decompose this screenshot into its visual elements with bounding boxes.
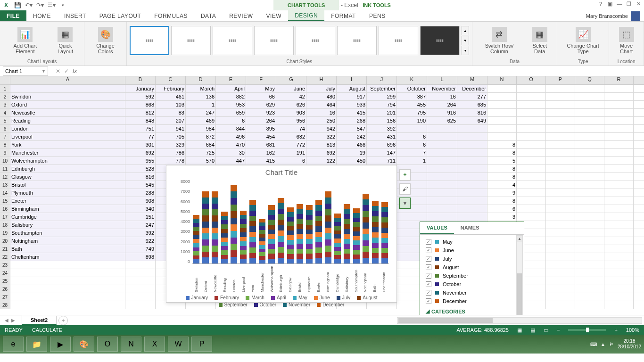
cell[interactable]: 466 <box>337 141 367 148</box>
cell[interactable]: 496 <box>216 133 246 140</box>
tab-home[interactable]: HOME <box>26 10 58 21</box>
tab-insert[interactable]: INSERT <box>58 10 93 21</box>
cell[interactable] <box>575 301 604 309</box>
cell[interactable] <box>604 261 634 269</box>
cell[interactable]: 749 <box>125 245 156 253</box>
cell[interactable] <box>575 117 604 124</box>
cell[interactable] <box>457 165 487 173</box>
cell[interactable] <box>575 269 604 277</box>
cell[interactable] <box>427 173 457 181</box>
cell[interactable]: 66 <box>246 93 276 100</box>
legend-item[interactable]: August <box>357 295 377 300</box>
scroll-thumb[interactable] <box>517 273 522 315</box>
cell[interactable] <box>604 269 634 277</box>
row-header[interactable]: 27 <box>0 293 10 301</box>
cell[interactable] <box>546 237 575 245</box>
cell[interactable] <box>427 141 457 148</box>
cell[interactable] <box>517 205 546 213</box>
cell[interactable]: 288 <box>125 189 156 197</box>
cell[interactable] <box>457 141 487 148</box>
cell[interactable]: 9 <box>487 189 517 197</box>
row-header[interactable]: 9 <box>0 149 10 156</box>
cell[interactable]: 207 <box>156 117 186 124</box>
cell[interactable]: 250 <box>306 117 337 124</box>
cell[interactable] <box>125 285 156 293</box>
cell[interactable]: 1 <box>186 101 216 108</box>
cell[interactable] <box>604 125 634 132</box>
legend-item[interactable]: June <box>314 295 330 300</box>
row-header[interactable]: 28 <box>0 301 10 309</box>
chart-bar[interactable] <box>278 198 284 264</box>
cell[interactable]: 692 <box>306 149 337 156</box>
cell[interactable]: 794 <box>367 101 397 108</box>
chart-style-gallery-nav[interactable]: ▲ <box>462 26 469 35</box>
row-header[interactable]: 5 <box>0 117 10 124</box>
cell[interactable] <box>546 253 575 261</box>
close-icon[interactable]: ✕ <box>635 1 642 8</box>
cell[interactable] <box>427 125 457 132</box>
column-header-E[interactable]: E <box>216 76 246 84</box>
sheet-nav-prev-icon[interactable]: ◀ <box>5 318 8 323</box>
cell[interactable] <box>457 149 487 156</box>
cell[interactable]: 813 <box>306 141 337 148</box>
cell[interactable]: 692 <box>125 149 156 156</box>
change-colors-button[interactable]: 🎨Change Colors <box>87 26 123 55</box>
scroll-up-icon[interactable]: ▲ <box>517 236 522 242</box>
cell[interactable] <box>457 213 487 221</box>
cell[interactable] <box>457 205 487 213</box>
cell[interactable]: 772 <box>276 141 306 148</box>
cell[interactable] <box>575 173 604 181</box>
cell[interactable] <box>604 85 634 92</box>
ribbon-options-icon[interactable]: ▣ <box>606 1 614 8</box>
cell[interactable] <box>427 157 457 165</box>
chart-style-5[interactable]: ▮▮▮▮ <box>296 26 335 55</box>
cell[interactable]: 5 <box>487 157 517 165</box>
cell[interactable]: 16 <box>306 109 337 116</box>
cell[interactable]: 778 <box>156 157 186 165</box>
row-header[interactable]: 7 <box>0 133 10 140</box>
cell[interactable] <box>604 277 634 285</box>
cell[interactable]: 933 <box>337 101 367 108</box>
cell[interactable] <box>546 133 575 140</box>
chart-plot-area[interactable]: 010002000300040005000600070008000 <box>192 179 389 264</box>
cell[interactable] <box>427 189 457 197</box>
cell[interactable] <box>517 101 546 108</box>
cell[interactable]: 685 <box>457 101 487 108</box>
cell[interactable]: 454 <box>246 133 276 140</box>
cell[interactable]: Nottingham <box>10 237 125 245</box>
cell[interactable]: 908 <box>125 197 156 205</box>
cell[interactable] <box>546 117 575 124</box>
cell[interactable] <box>546 229 575 237</box>
row-header[interactable]: 15 <box>0 197 10 205</box>
column-header-R[interactable]: R <box>604 76 634 84</box>
cell[interactable]: 415 <box>337 109 367 116</box>
cell[interactable] <box>427 197 457 205</box>
chart-styles-button[interactable]: 🖌 <box>399 183 411 195</box>
cell[interactable] <box>10 293 125 301</box>
cell[interactable] <box>604 149 634 156</box>
cell[interactable] <box>125 301 156 309</box>
cell[interactable]: 882 <box>216 93 246 100</box>
cell[interactable] <box>604 133 634 140</box>
cell[interactable]: 8 <box>487 149 517 156</box>
cell[interactable] <box>546 261 575 269</box>
excel-icon[interactable]: X <box>2 1 10 9</box>
row-header[interactable]: 12 <box>0 173 10 181</box>
cell[interactable] <box>487 109 517 116</box>
taskbar-paint[interactable]: 🎨 <box>74 337 94 352</box>
cell[interactable] <box>125 269 156 277</box>
row-header[interactable]: 1 <box>0 85 10 92</box>
checkbox-icon[interactable]: ✓ <box>426 298 431 304</box>
fx-icon[interactable]: fx <box>73 68 77 74</box>
cell[interactable] <box>575 253 604 261</box>
cell[interactable] <box>517 141 546 148</box>
cell[interactable] <box>604 245 634 253</box>
cell[interactable]: 151 <box>125 213 156 221</box>
cell[interactable]: 77 <box>125 133 156 140</box>
column-header-N[interactable]: N <box>487 76 517 84</box>
cell[interactable]: January <box>125 85 156 92</box>
cell[interactable]: 83 <box>156 109 186 116</box>
cell[interactable]: 592 <box>125 93 156 100</box>
cell[interactable]: 903 <box>276 109 306 116</box>
worksheet-grid[interactable]: 1JanuaryFebruaryMarchAprilMayJuneJulyAug… <box>0 85 644 315</box>
